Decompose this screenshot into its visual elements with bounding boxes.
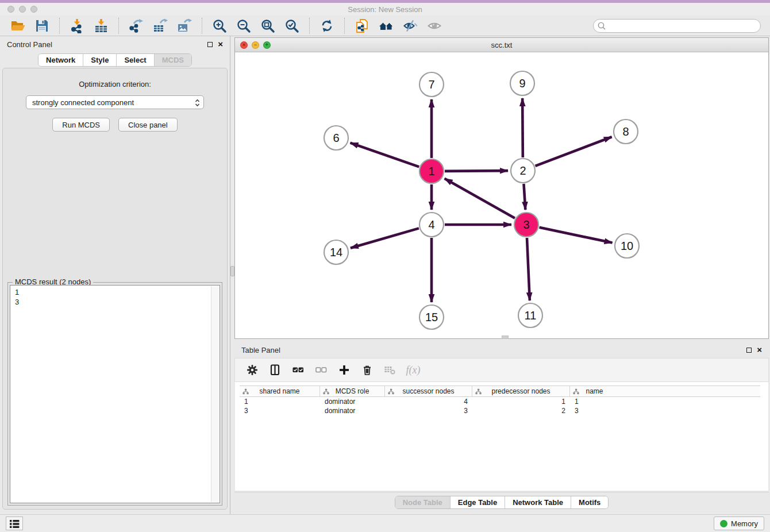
table-cell: 2 (472, 407, 570, 415)
minimize-window-icon[interactable]: − (252, 41, 259, 49)
app-title: Session: New Session (0, 5, 770, 14)
app-titlebar: Session: New Session (0, 3, 770, 16)
close-window-icon[interactable]: × (240, 41, 248, 49)
gear-icon[interactable] (245, 364, 259, 376)
tab-network[interactable]: Network (38, 54, 83, 66)
graph-edge-3-10[interactable] (540, 228, 613, 243)
main-toolbar (0, 16, 770, 36)
zoom-selected-icon[interactable] (284, 18, 300, 33)
graph-edge-1-2[interactable] (445, 171, 508, 171)
close-panel-button[interactable]: Close panel (118, 118, 178, 132)
export-image-icon[interactable] (176, 18, 192, 33)
control-panel-tabs: NetworkStyleSelectMCDS (38, 53, 192, 67)
graph-node-14[interactable]: 14 (324, 240, 348, 264)
application-window: Session: New Session (0, 0, 770, 532)
svg-text:15: 15 (425, 311, 438, 323)
zoom-in-icon[interactable] (211, 18, 228, 33)
column-header-successor-nodes[interactable]: successor nodes (385, 386, 472, 396)
float-panel-icon[interactable] (207, 42, 213, 47)
svg-text:2: 2 (519, 164, 526, 177)
maximize-window-icon[interactable]: + (263, 41, 271, 49)
table-tabs-bar: Node TableEdge TableNetwork TableMotifs (234, 492, 769, 512)
table-tab-network-table[interactable]: Network Table (505, 496, 571, 508)
import-table-icon[interactable] (93, 18, 109, 33)
table-cell: 4 (385, 398, 472, 406)
svg-text:6: 6 (333, 132, 339, 144)
graph-edge-2-9[interactable] (522, 98, 523, 157)
table-cell: 3 (240, 407, 320, 415)
result-scrollbar[interactable] (211, 286, 219, 502)
graph-node-11[interactable]: 11 (518, 303, 542, 327)
graph-node-8[interactable]: 8 (614, 119, 638, 144)
home-icon[interactable] (378, 18, 394, 33)
graph-node-10[interactable]: 10 (615, 234, 639, 258)
toolbar-icon-groups (6, 18, 446, 34)
column-header-MCDS-role[interactable]: MCDS role (320, 386, 385, 396)
column-header-shared-name[interactable]: shared name (240, 386, 320, 396)
create-column-icon[interactable] (337, 364, 351, 376)
svg-text:4: 4 (428, 218, 434, 231)
table-tab-edge-table[interactable]: Edge Table (450, 496, 505, 508)
tab-mcds[interactable]: MCDS (154, 54, 191, 66)
delete-column-icon[interactable] (360, 364, 374, 376)
column-label: name (586, 387, 603, 395)
graph-edge-4-14[interactable] (351, 228, 419, 248)
splitter-grip[interactable] (230, 266, 234, 276)
table-tab-motifs[interactable]: Motifs (571, 496, 608, 508)
close-table-panel-icon[interactable]: × (757, 347, 762, 353)
table-row[interactable]: 3dominator323 (240, 406, 760, 415)
zoom-fit-icon[interactable] (260, 18, 276, 33)
table-tab-node-table[interactable]: Node Table (395, 496, 450, 508)
table-cell: 1 (240, 398, 320, 406)
graph-node-7[interactable]: 7 (419, 72, 444, 97)
select-all-icon[interactable] (291, 364, 305, 376)
task-history-button[interactable] (6, 516, 23, 530)
svg-text:7: 7 (428, 78, 434, 91)
graph-node-4[interactable]: 4 (419, 213, 444, 237)
table-cell: 3 (385, 407, 472, 415)
table-row[interactable]: 1dominator411 (240, 397, 760, 406)
run-mcds-button[interactable]: Run MCDS (52, 118, 110, 132)
table-cell: 1 (472, 398, 570, 406)
export-network-icon[interactable] (128, 18, 144, 33)
graph-edge-3-1[interactable] (445, 179, 515, 218)
panel-splitter[interactable] (230, 36, 234, 514)
import-network-icon[interactable] (69, 18, 85, 33)
network-resize-grip[interactable] (502, 336, 509, 339)
tab-select[interactable]: Select (116, 54, 153, 66)
table-panel-header: Table Panel × (234, 342, 769, 358)
deselect-all-icon[interactable] (314, 364, 328, 376)
graph-node-15[interactable]: 15 (419, 305, 444, 329)
column-header-name[interactable]: name (570, 386, 619, 396)
save-floppy-icon[interactable] (34, 18, 50, 33)
memory-button[interactable]: Memory (714, 516, 764, 530)
graph-edge-1-6[interactable] (351, 143, 419, 167)
float-table-panel-icon[interactable] (746, 348, 752, 353)
close-panel-icon[interactable]: × (218, 41, 223, 47)
graph-edge-2-3[interactable] (523, 184, 525, 210)
clone-network-icon[interactable] (354, 18, 370, 33)
open-folder-icon[interactable] (10, 18, 26, 33)
graph-node-1[interactable]: 1 (419, 159, 444, 183)
graph-edge-3-11[interactable] (527, 238, 530, 300)
criterion-select[interactable]: strongly connected component (26, 95, 204, 109)
svg-text:8: 8 (622, 125, 629, 138)
tab-style[interactable]: Style (83, 54, 116, 66)
zoom-out-icon[interactable] (236, 18, 252, 33)
graph-node-2[interactable]: 2 (511, 159, 535, 183)
refresh-icon[interactable] (319, 18, 335, 33)
network-view[interactable]: 7968124314101511 (235, 52, 768, 338)
table-panel: Table Panel × (234, 342, 769, 512)
show-columns-icon[interactable] (268, 364, 282, 376)
hide-eye-icon[interactable] (402, 18, 418, 33)
graph-node-6[interactable]: 6 (324, 126, 348, 150)
toolbar-divider (59, 18, 60, 34)
export-table-icon[interactable] (152, 18, 168, 33)
graph-node-9[interactable]: 9 (510, 71, 534, 95)
mcds-result-box[interactable]: 13 (10, 285, 220, 503)
search-input[interactable] (593, 19, 761, 33)
graph-edge-2-8[interactable] (536, 137, 612, 166)
graph-node-3[interactable]: 3 (514, 213, 538, 237)
table-cell: 1 (570, 398, 619, 406)
column-header-predecessor-nodes[interactable]: predecessor nodes (472, 386, 570, 396)
